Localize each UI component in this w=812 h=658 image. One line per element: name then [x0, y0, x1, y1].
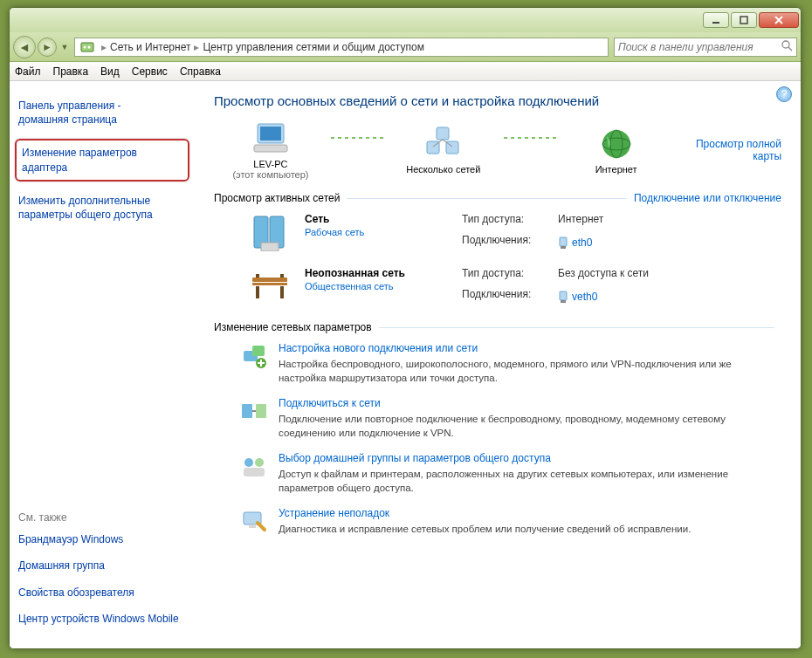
setting-text: Устранение неполадок Диагностика и испра…	[279, 507, 691, 537]
menu-help[interactable]: Справка	[180, 65, 221, 78]
homegroup-icon	[240, 452, 268, 480]
svg-rect-25	[256, 286, 259, 298]
breadcrumb-sep: ▸	[101, 41, 107, 53]
divider	[379, 327, 774, 328]
adapter-icon	[558, 291, 568, 303]
close-button[interactable]	[759, 12, 799, 28]
svg-point-3	[84, 45, 86, 48]
setting-link[interactable]: Настройка нового подключения или сети	[279, 342, 767, 354]
menu-view[interactable]: Вид	[100, 65, 120, 78]
connections-label: Подключения:	[462, 288, 558, 305]
map-node-name: Интернет	[560, 164, 673, 175]
setting-desc: Подключение или повторное подключение к …	[279, 413, 767, 440]
map-side: Просмотр полной карты	[673, 138, 781, 162]
window: ◄ ► ▼ ▸ Сеть и Интернет ▸ Центр управлен…	[9, 7, 802, 649]
setting-desc: Настройка беспроводного, широкополосного…	[279, 358, 767, 385]
access-type-value: Интернет	[558, 213, 781, 230]
active-networks-label: Просмотр активных сетей	[214, 192, 340, 204]
setting-row-homegroup: Выбор домашней группы и параметров общег…	[214, 452, 781, 495]
map-node-name: LEV-PC	[214, 159, 327, 169]
svg-rect-34	[242, 404, 252, 418]
content-area: Панель управления - домашняя страница Из…	[10, 81, 801, 648]
bench-icon	[249, 267, 291, 305]
svg-rect-20	[261, 243, 279, 251]
address-bar[interactable]: ▸ Сеть и Интернет ▸ Центр управления сет…	[74, 38, 609, 57]
search-input[interactable]	[618, 41, 781, 53]
adapter-icon	[558, 236, 568, 249]
see-also-internet-options[interactable]: Свойства обозревателя	[18, 586, 186, 600]
map-node-computer: LEV-PC (этот компьютер)	[214, 120, 327, 180]
setting-link[interactable]: Подключиться к сети	[279, 397, 767, 409]
svg-point-36	[244, 458, 253, 467]
sidebar-sharing-settings[interactable]: Изменить дополнительные параметры общего…	[18, 194, 186, 222]
network-details: Тип доступа: Интернет Подключения: eth0	[462, 213, 781, 251]
svg-rect-1	[740, 17, 747, 24]
connections-label: Подключения:	[462, 234, 558, 251]
svg-rect-21	[560, 237, 567, 246]
network-type-link[interactable]: Рабочая сеть	[305, 227, 462, 237]
access-type-value: Без доступа к сети	[558, 267, 781, 284]
search-box[interactable]	[614, 38, 797, 57]
setting-text: Выбор домашней группы и параметров общег…	[279, 452, 767, 495]
page-title: Просмотр основных сведений о сети и наст…	[214, 93, 781, 108]
sidebar-adapter-settings[interactable]: Изменение параметров адаптера	[15, 139, 189, 181]
menu-edit[interactable]: Правка	[53, 65, 89, 78]
svg-rect-38	[244, 468, 265, 476]
svg-rect-32	[252, 346, 265, 356]
connect-disconnect-link[interactable]: Подключение или отключение	[634, 192, 781, 204]
menu-file[interactable]: Файл	[15, 65, 41, 78]
see-also-title: См. также	[18, 511, 186, 524]
network-card: Неопознанная сеть Общественная сеть Тип …	[214, 267, 781, 305]
main-pane: ? Просмотр основных сведений о сети и на…	[195, 81, 801, 648]
control-panel-icon	[80, 40, 94, 54]
network-type-link[interactable]: Общественная сеть	[305, 281, 462, 291]
sidebar: Панель управления - домашняя страница Из…	[10, 81, 195, 648]
full-map-link[interactable]: Просмотр полной карты	[696, 138, 781, 162]
network-name: Сеть	[305, 213, 462, 225]
breadcrumb-l2[interactable]: Центр управления сетями и общим доступом	[203, 41, 424, 53]
setting-link[interactable]: Выбор домашней группы и параметров общег…	[279, 452, 767, 464]
forward-button[interactable]: ►	[38, 38, 57, 57]
setting-text: Подключиться к сети Подключение или повт…	[279, 397, 767, 440]
see-also-windows-mobile[interactable]: Центр устройств Windows Mobile	[18, 612, 186, 626]
troubleshoot-icon	[240, 507, 268, 535]
see-also-firewall[interactable]: Брандмауэр Windows	[18, 532, 186, 546]
map-node-name: Несколько сетей	[387, 164, 500, 175]
new-connection-icon	[240, 342, 268, 370]
minimize-button[interactable]	[703, 12, 729, 28]
history-dropdown[interactable]: ▼	[58, 38, 71, 56]
network-info: Сеть Рабочая сеть	[305, 213, 462, 251]
map-node-internet: Интернет	[560, 126, 673, 175]
globe-icon	[595, 126, 637, 162]
svg-point-37	[255, 458, 264, 467]
network-details: Тип доступа: Без доступа к сети Подключе…	[462, 267, 781, 305]
see-also: См. также Брандмауэр Windows Домашняя гр…	[18, 511, 186, 638]
connection-name: eth0	[572, 236, 592, 249]
back-button[interactable]: ◄	[13, 36, 36, 58]
svg-rect-0	[712, 22, 719, 24]
maximize-button[interactable]	[731, 12, 757, 28]
svg-rect-22	[561, 246, 566, 249]
breadcrumb-l1[interactable]: Сеть и Интернет	[110, 41, 190, 53]
help-button[interactable]: ?	[776, 86, 792, 102]
setting-row-new-connection: Настройка нового подключения или сети На…	[214, 342, 781, 385]
networks-icon	[423, 126, 464, 162]
sidebar-home[interactable]: Панель управления - домашняя страница	[18, 99, 186, 127]
setting-link[interactable]: Устранение неполадок	[279, 507, 691, 519]
computer-icon	[250, 120, 292, 157]
titlebar	[10, 8, 801, 32]
menubar: Файл Правка Вид Сервис Справка	[10, 62, 801, 81]
access-type-label: Тип доступа:	[462, 267, 558, 284]
svg-rect-12	[437, 127, 449, 140]
svg-rect-26	[280, 286, 284, 298]
svg-point-5	[782, 41, 789, 48]
setting-text: Настройка нового подключения или сети На…	[279, 342, 767, 385]
connection-link[interactable]: eth0	[558, 234, 781, 251]
network-info: Неопознанная сеть Общественная сеть	[305, 267, 462, 305]
breadcrumb-sep: ▸	[194, 41, 199, 53]
connection-link[interactable]: veth0	[558, 288, 781, 305]
see-also-homegroup[interactable]: Домашняя группа	[18, 559, 186, 572]
setting-row-troubleshoot: Устранение неполадок Диагностика и испра…	[214, 507, 781, 537]
svg-rect-29	[560, 291, 567, 300]
menu-tools[interactable]: Сервис	[132, 65, 168, 78]
